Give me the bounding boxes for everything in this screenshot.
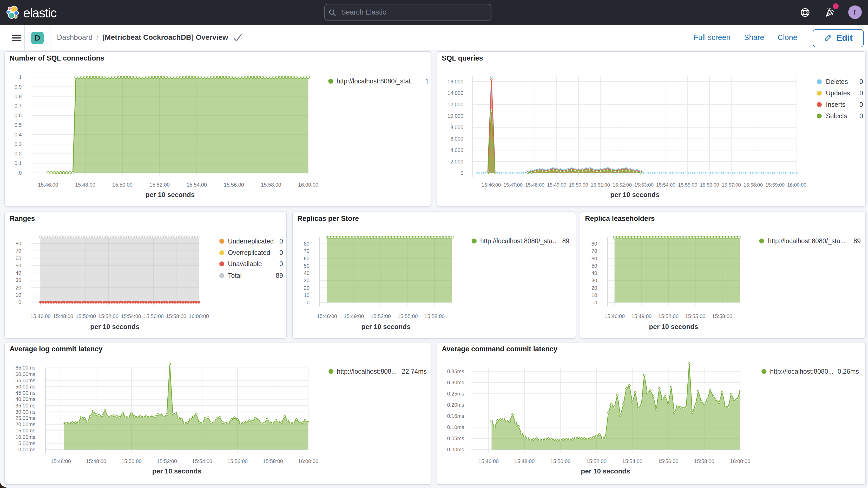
svg-text:50.00ms: 50.00ms: [16, 384, 35, 390]
svg-text:6,000: 6,000: [451, 136, 463, 142]
svg-text:15:49:00: 15:49:00: [344, 313, 364, 319]
svg-text:15:55:00: 15:55:00: [398, 313, 418, 319]
svg-text:0.00ms: 0.00ms: [447, 447, 464, 452]
svg-text:15:48:00: 15:48:00: [514, 458, 534, 464]
svg-text:20.00ms: 20.00ms: [16, 422, 35, 427]
svg-text:55.00ms: 55.00ms: [16, 377, 35, 383]
svg-text:15:58:00: 15:58:00: [744, 182, 763, 188]
svg-text:30: 30: [304, 277, 310, 283]
svg-text:0.7: 0.7: [14, 103, 22, 109]
svg-text:10: 10: [591, 292, 597, 298]
svg-text:15:58:00: 15:58:00: [712, 313, 732, 319]
svg-text:per 10 seconds: per 10 seconds: [649, 323, 698, 331]
svg-text:0.05ms: 0.05ms: [447, 435, 464, 441]
svg-text:40: 40: [304, 270, 310, 276]
svg-text:2,000: 2,000: [451, 159, 463, 164]
svg-text:15:58:00: 15:58:00: [166, 313, 186, 319]
svg-text:15:52:00: 15:52:00: [98, 313, 119, 319]
svg-text:15:56:00: 15:56:00: [224, 182, 244, 188]
svg-text:15:53:00: 15:53:00: [634, 182, 654, 188]
svg-text:15:52:00: 15:52:00: [149, 182, 170, 188]
svg-text:15:54:00: 15:54:00: [187, 182, 207, 188]
svg-text:0: 0: [594, 300, 597, 305]
svg-text:15:50:00: 15:50:00: [75, 313, 96, 319]
svg-text:15:55:00: 15:55:00: [685, 313, 706, 319]
svg-text:15:56:00: 15:56:00: [700, 182, 719, 188]
svg-text:15:51:00: 15:51:00: [591, 182, 610, 188]
svg-text:0.30ms: 0.30ms: [447, 379, 464, 385]
svg-text:0.4: 0.4: [14, 132, 22, 138]
svg-text:15:59:00: 15:59:00: [765, 182, 784, 188]
svg-text:15:48:00: 15:48:00: [53, 313, 73, 319]
svg-text:40.00ms: 40.00ms: [16, 396, 35, 402]
svg-text:0.20ms: 0.20ms: [447, 402, 464, 408]
svg-text:15:52:00: 15:52:00: [613, 182, 632, 188]
svg-text:15:55:00: 15:55:00: [678, 182, 697, 188]
svg-text:15:57:00: 15:57:00: [722, 182, 741, 188]
svg-text:per 10 seconds: per 10 seconds: [90, 323, 139, 331]
svg-text:70: 70: [304, 248, 310, 254]
svg-text:60: 60: [304, 256, 310, 262]
svg-text:0.1: 0.1: [14, 160, 22, 166]
svg-text:15:52:00: 15:52:00: [157, 458, 177, 464]
svg-text:15:50:00: 15:50:00: [112, 182, 132, 188]
svg-text:15:50:00: 15:50:00: [569, 182, 588, 188]
svg-text:0: 0: [461, 170, 463, 176]
svg-text:15:46:00: 15:46:00: [38, 182, 58, 188]
svg-text:16:00:00: 16:00:00: [189, 313, 209, 319]
svg-text:25.00ms: 25.00ms: [16, 415, 35, 421]
svg-text:per 10 seconds: per 10 seconds: [146, 191, 195, 199]
svg-text:35.00ms: 35.00ms: [16, 403, 35, 408]
svg-text:per 10 seconds: per 10 seconds: [152, 467, 202, 475]
svg-text:0.2: 0.2: [14, 151, 22, 156]
svg-text:5.00ms: 5.00ms: [18, 440, 35, 446]
svg-text:15:48:00: 15:48:00: [75, 182, 95, 188]
svg-text:20: 20: [591, 285, 597, 291]
svg-text:15:52:00: 15:52:00: [371, 313, 391, 319]
svg-text:0.25ms: 0.25ms: [447, 391, 464, 397]
svg-text:15:58:00: 15:58:00: [263, 458, 283, 464]
svg-text:16:00:00: 16:00:00: [298, 458, 318, 464]
svg-text:0: 0: [307, 300, 310, 305]
svg-text:16:00:00: 16:00:00: [730, 458, 750, 464]
svg-text:16:00:00: 16:00:00: [298, 182, 318, 188]
svg-text:4,000: 4,000: [451, 147, 463, 153]
svg-text:0.10ms: 0.10ms: [447, 424, 464, 430]
svg-text:15:58:00: 15:58:00: [694, 458, 714, 464]
svg-text:0: 0: [19, 170, 22, 176]
svg-text:15:56:00: 15:56:00: [144, 313, 164, 319]
svg-text:0.6: 0.6: [14, 113, 22, 118]
svg-text:50: 50: [591, 263, 597, 269]
svg-text:15:56:00: 15:56:00: [658, 458, 679, 464]
svg-text:15.00ms: 15.00ms: [16, 428, 35, 433]
svg-text:per 10 seconds: per 10 seconds: [581, 467, 630, 475]
svg-text:15:46:00: 15:46:00: [604, 313, 625, 319]
svg-text:15:54:00: 15:54:00: [622, 458, 643, 464]
svg-text:15:58:00: 15:58:00: [261, 182, 281, 188]
svg-text:0.00ms: 0.00ms: [18, 447, 35, 452]
svg-text:15:48:00: 15:48:00: [86, 458, 106, 464]
svg-text:15:46:00: 15:46:00: [51, 458, 71, 464]
svg-text:40: 40: [591, 270, 597, 276]
svg-text:16:00:00: 16:00:00: [787, 182, 806, 188]
svg-text:15:50:00: 15:50:00: [551, 458, 571, 464]
svg-text:0.8: 0.8: [14, 94, 22, 99]
svg-text:15:46:00: 15:46:00: [317, 313, 337, 319]
svg-text:10: 10: [304, 292, 310, 298]
svg-text:15:56:00: 15:56:00: [227, 458, 248, 464]
svg-text:15:52:00: 15:52:00: [586, 458, 607, 464]
svg-text:0: 0: [19, 299, 21, 305]
svg-text:70: 70: [591, 248, 597, 254]
svg-text:10.00ms: 10.00ms: [16, 434, 35, 440]
svg-text:10: 10: [16, 292, 21, 298]
svg-text:0.5: 0.5: [14, 122, 22, 128]
svg-text:30.00ms: 30.00ms: [16, 409, 35, 415]
svg-text:60: 60: [591, 256, 597, 262]
svg-text:20: 20: [304, 285, 310, 291]
svg-text:15:54:00: 15:54:00: [656, 182, 675, 188]
svg-text:15:54:00: 15:54:00: [192, 458, 212, 464]
svg-text:15:54:00: 15:54:00: [121, 313, 141, 319]
svg-text:15:47:00: 15:47:00: [503, 182, 523, 188]
svg-text:per 10 seconds: per 10 seconds: [361, 323, 410, 331]
svg-text:15:46:00: 15:46:00: [478, 458, 499, 464]
